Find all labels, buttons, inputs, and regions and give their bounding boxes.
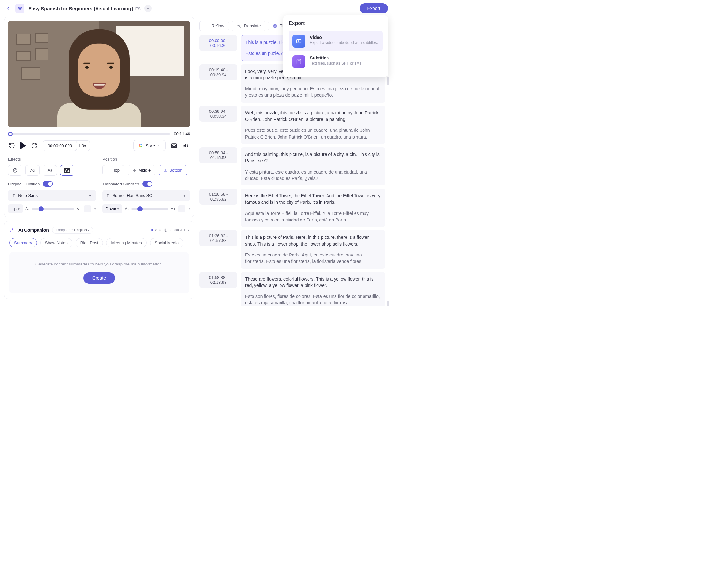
openai-icon [163, 228, 168, 232]
transcript-segment[interactable]: 00:39.94 - 00:58.34Well, this puzzle, th… [200, 106, 385, 144]
play-button[interactable] [20, 142, 26, 149]
svg-text:AI: AI [275, 25, 276, 27]
segment-time: 01:16.68 - 01:35.82 [200, 189, 237, 205]
ai-language-select[interactable]: Language English ▸ [52, 227, 93, 234]
original-color-swatch[interactable] [84, 205, 91, 213]
tab-reflow[interactable]: Reflow [200, 21, 229, 31]
video-panel: 00:11:46 00:00:00.000 1.0x [4, 17, 194, 217]
progress-bar[interactable] [8, 133, 170, 135]
ai-companion-title: AI Companion [18, 227, 49, 233]
forward-button[interactable] [31, 142, 38, 149]
original-size-slider[interactable] [32, 208, 74, 210]
original-font-select[interactable]: T Noto Sans ▾ [8, 190, 96, 201]
project-icon: W [16, 4, 24, 13]
segment-original-text: And this painting, this picture, is a pi… [245, 151, 381, 164]
segment-translated-text: Este es un cuadro de París. Aquí, en est… [245, 252, 381, 265]
style-dropdown[interactable]: Style [133, 140, 166, 151]
volume-button[interactable] [182, 142, 190, 149]
segment-translated-text: Y esta pintura, este cuadro, es un cuadr… [245, 169, 381, 182]
translated-subtitles-toggle[interactable] [142, 181, 153, 187]
scrollbar[interactable] [387, 43, 389, 300]
translated-direction-select[interactable]: Down▾ [102, 204, 122, 213]
translated-subtitles-label: Translated Subtitles [102, 182, 139, 187]
add-button[interactable]: + [145, 5, 152, 12]
reflow-icon [204, 24, 209, 28]
svg-rect-1 [297, 59, 301, 64]
sparkle-icon [9, 227, 15, 233]
segment-body: Here is the Eiffel Tower, the Eiffel Tow… [241, 189, 385, 227]
ai-tab-show-notes[interactable]: Show Notes [40, 238, 72, 248]
segment-original-text: Here is the Eiffel Tower, the Eiffel Tow… [245, 193, 381, 206]
svg-point-5 [140, 144, 141, 145]
translated-font-select[interactable]: T Source Han Sans SC ▾ [102, 190, 190, 201]
effects-label: Effects [8, 157, 96, 162]
plain-aa-icon: Aa [48, 168, 52, 173]
transcript-segment[interactable]: 01:58.88 - 02:18.98These are flowers, co… [200, 272, 385, 306]
fullscreen-button[interactable] [170, 142, 178, 149]
ai-ask-button[interactable]: Ask ChatGPT › [151, 228, 189, 232]
progress-thumb[interactable] [8, 132, 12, 136]
export-option-subtitles[interactable]: Subtitles Text files, such as SRT or TXT… [289, 51, 383, 72]
effect-plain[interactable]: Aa [43, 165, 57, 176]
font-icon: T [107, 194, 109, 198]
page-title: Easy Spanish for Beginners [Visual Learn… [28, 6, 140, 11]
boxed-aa-icon: Aa [64, 168, 71, 173]
transcript-segment[interactable]: 00:58.34 - 01:15.58And this painting, th… [200, 147, 385, 186]
back-button[interactable] [5, 5, 11, 11]
svg-line-11 [14, 169, 17, 172]
palette-icon [138, 143, 143, 148]
none-icon [12, 168, 18, 173]
export-button[interactable]: Export [360, 3, 388, 13]
segment-body: Well, this puzzle, this puzzle is a pict… [241, 106, 385, 144]
position-label: Position [102, 157, 190, 162]
original-direction-select[interactable]: Up▾ [8, 204, 23, 213]
translated-color-swatch[interactable] [178, 205, 185, 213]
svg-rect-8 [172, 144, 177, 147]
effect-box[interactable]: Aa [60, 165, 74, 176]
export-option-video[interactable]: Video Export a video embedded with subti… [289, 31, 383, 51]
align-middle-icon [133, 168, 136, 172]
export-popover-title: Export [289, 21, 383, 26]
playback-speed[interactable]: 1.0x [74, 140, 90, 151]
ai-tab-meeting-minutes[interactable]: Meeting Minutes [106, 238, 146, 248]
ai-create-button[interactable]: Create [83, 272, 115, 284]
segment-time: 00:58.34 - 01:15.58 [200, 147, 237, 163]
position-middle[interactable]: Middle [128, 165, 155, 175]
video-preview[interactable] [8, 21, 190, 127]
original-subtitles-label: Original Subtitles [8, 182, 40, 187]
transcript-segment[interactable]: 01:36.82 - 01:57.88This is a picture of … [200, 230, 385, 268]
translated-size-slider[interactable] [131, 208, 168, 210]
rewind-button[interactable] [8, 142, 16, 149]
transcript-segment[interactable]: 01:16.68 - 01:35.82Here is the Eiffel To… [200, 189, 385, 227]
export-popover: Export Video Export a video embedded wit… [283, 16, 388, 77]
ai-badge-icon: AI [273, 24, 277, 28]
effect-none[interactable] [8, 165, 22, 176]
ai-description: Generate content summaries to help you g… [16, 261, 182, 267]
ai-tab-summary[interactable]: Summary [9, 238, 37, 248]
ai-tab-blog-post[interactable]: Blog Post [76, 238, 103, 248]
chevron-down-icon: ▾ [89, 193, 92, 198]
align-top-icon [107, 168, 111, 172]
timecode-field[interactable]: 00:00:00.000 [43, 140, 77, 151]
svg-point-4 [139, 144, 140, 146]
segment-translated-text: Esto son flores, flores de colores. Esta… [245, 293, 381, 306]
position-bottom[interactable]: Bottom [159, 165, 187, 175]
outline-aa-icon: Aɑ [30, 168, 35, 173]
segment-time: 00:39.94 - 00:58.34 [200, 106, 237, 122]
segment-translated-text: Aquí está la Torre Eiffel, la Torre Eiff… [245, 210, 381, 223]
duration-label: 00:11:46 [174, 132, 190, 136]
segment-time: 01:36.82 - 01:57.88 [200, 230, 237, 246]
tab-translate[interactable]: Translate [232, 21, 266, 31]
ai-companion-panel: AI Companion Language English ▸ Ask Chat… [4, 221, 194, 299]
font-icon: T [12, 194, 15, 198]
translate-icon [236, 24, 241, 28]
segment-original-text: These are flowers, colorful flowers. Thi… [245, 276, 381, 289]
segment-time: 01:58.88 - 02:18.98 [200, 272, 237, 288]
ai-tab-social-media[interactable]: Social Media [150, 238, 183, 248]
position-top[interactable]: Top [102, 165, 125, 175]
segment-time: 00:19.40 - 00:39.94 [200, 64, 237, 80]
original-subtitles-toggle[interactable] [43, 181, 53, 187]
segment-original-text: This is a picture of Paris. Here, in thi… [245, 234, 381, 247]
segment-body: This is a picture of Paris. Here, in thi… [241, 230, 385, 268]
effect-outline[interactable]: Aɑ [25, 165, 40, 176]
